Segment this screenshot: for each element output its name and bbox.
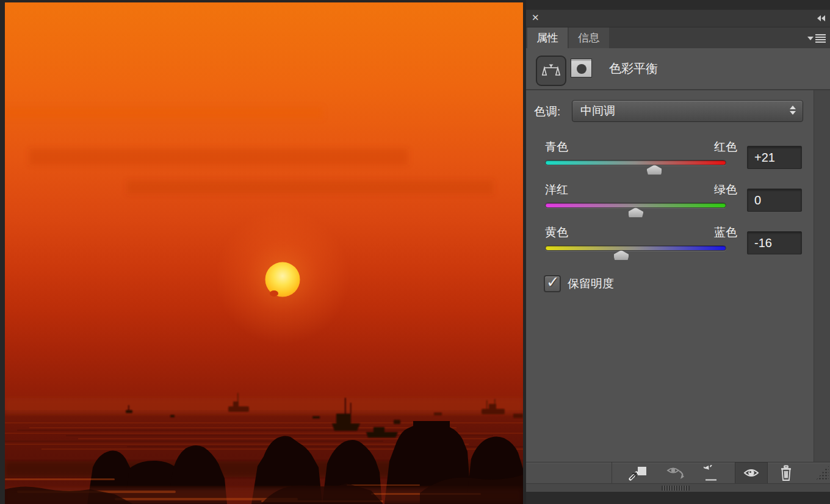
cyan-red-slider-group: 青色 红色 +21	[545, 139, 802, 176]
sun	[265, 262, 300, 297]
cyan-label: 青色	[545, 139, 568, 156]
up-triangle-icon	[790, 106, 796, 109]
green-label: 绿色	[714, 182, 737, 199]
yellow-blue-slider-track[interactable]	[545, 245, 726, 251]
yellow-blue-slider-thumb[interactable]	[613, 250, 629, 261]
magenta-green-slider-track[interactable]	[545, 203, 726, 208]
tab-info[interactable]: 信息	[569, 27, 609, 48]
down-triangle-icon	[790, 111, 796, 115]
document-canvas-area	[0, 0, 526, 504]
delete-adjustment-icon[interactable]	[775, 463, 797, 483]
cyan-red-slider-track[interactable]	[545, 160, 726, 165]
left-triangle-icon	[821, 15, 825, 21]
select-arrows-icon	[790, 106, 796, 115]
properties-panel: ✕ 属性 信息 色彩平衡 色调: 中间调	[526, 0, 830, 504]
adjustment-header: 色彩平衡	[526, 48, 830, 89]
magenta-green-slider-group: 洋红 绿色 0	[545, 182, 802, 218]
panel-tab-bar: 属性 信息	[526, 27, 830, 48]
preserve-luminosity-checkbox[interactable]: ✓	[544, 275, 561, 292]
layer-visibility-button[interactable]	[735, 463, 768, 483]
red-label: 红色	[714, 139, 737, 156]
magenta-green-slider-thumb[interactable]	[628, 207, 644, 218]
layer-mask-thumbnail[interactable]	[571, 59, 592, 77]
preserve-luminosity-label: 保留明度	[568, 276, 614, 292]
chevron-down-icon	[807, 37, 814, 40]
preserve-luminosity-row: ✓ 保留明度	[544, 275, 614, 292]
toolbar-divider	[612, 463, 612, 483]
panel-title: 色彩平衡	[609, 60, 658, 77]
hamburger-lines-icon	[815, 34, 826, 43]
sunset-photo-svg	[5, 2, 523, 504]
yellow-blue-value-input[interactable]: -16	[747, 231, 802, 254]
blue-label: 蓝色	[714, 225, 737, 242]
tone-select-value: 中间调	[580, 101, 615, 121]
yellow-label: 黄色	[545, 225, 568, 242]
left-triangle-icon	[817, 15, 821, 21]
view-previous-state-icon[interactable]	[664, 463, 688, 483]
panel-drag-strip	[526, 483, 830, 492]
workspace-background	[526, 492, 830, 504]
drag-handle-icon[interactable]	[662, 486, 690, 491]
sunset-photo-image[interactable]	[5, 2, 523, 504]
collapse-panel-icon[interactable]	[817, 15, 825, 21]
tone-select[interactable]: 中间调	[572, 100, 803, 122]
panel-resize-grip[interactable]	[815, 465, 829, 481]
magenta-label: 洋红	[545, 182, 568, 199]
checkmark-icon: ✓	[546, 273, 560, 292]
cyan-red-slider-thumb[interactable]	[646, 165, 662, 175]
tone-label: 色调:	[534, 104, 560, 120]
close-icon[interactable]: ✕	[532, 12, 540, 23]
magenta-green-value-input[interactable]: 0	[747, 189, 802, 212]
clip-to-layer-icon[interactable]	[627, 463, 649, 483]
color-balance-content: 色调: 中间调 青色 红色 +21 洋红 绿色	[526, 90, 830, 462]
tab-properties[interactable]: 属性	[527, 27, 568, 48]
yellow-blue-slider-group: 黄色 蓝色 -16	[545, 225, 802, 261]
panel-menu-icon[interactable]	[807, 34, 826, 43]
panel-bottom-toolbar	[526, 462, 830, 483]
panel-scroll-rail	[814, 90, 830, 462]
reset-icon[interactable]	[701, 463, 721, 483]
panel-titlebar: ✕	[526, 10, 830, 27]
color-balance-scales-icon	[536, 56, 566, 86]
cyan-red-value-input[interactable]: +21	[747, 146, 802, 169]
